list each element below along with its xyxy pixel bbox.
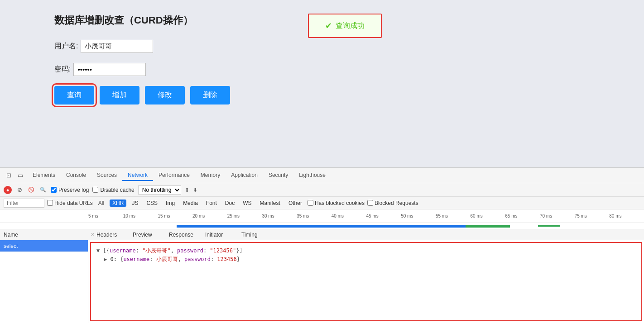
json-line2: ▶ 0: {username: 小辰哥哥, password: 123456} — [96, 255, 636, 264]
tl-15ms: 15 ms — [158, 214, 192, 218]
tl-35ms: 35 ms — [297, 214, 332, 218]
json-preview: ▼ [{username: "小辰哥哥", password: "123456"… — [96, 247, 636, 264]
tl-60ms: 60 ms — [471, 214, 505, 218]
throttle-select[interactable]: No throttling — [138, 185, 181, 195]
tl-20ms: 20 ms — [192, 214, 227, 218]
tl-70ms: 70 ms — [540, 214, 575, 218]
blocked-requests-checkbox[interactable]: Blocked Requests — [367, 200, 418, 206]
col-timing-header: Timing — [241, 232, 644, 238]
tl-10ms: 10 ms — [123, 214, 158, 218]
username-input[interactable] — [81, 40, 153, 53]
tl-25ms: 25 ms — [227, 214, 262, 218]
col-response-header: Response — [169, 232, 205, 238]
tl-80ms: 80 ms — [609, 214, 644, 218]
tab-security[interactable]: Security — [263, 170, 293, 181]
search-icon[interactable]: 🔍 — [39, 186, 47, 194]
expand-icon[interactable]: ▼ — [96, 247, 100, 254]
tl-30ms: 30 ms — [262, 214, 297, 218]
col-headers-header: Headers — [96, 232, 133, 238]
button-row: 查询 增加 修改 删除 — [54, 86, 590, 104]
columns-header: Name ✕ Headers Preview Response Initiato… — [0, 229, 644, 240]
upload-icon[interactable]: ⬆ — [185, 187, 189, 193]
filter-img[interactable]: Img — [163, 200, 178, 207]
tl-45ms: 45 ms — [366, 214, 401, 218]
tab-application[interactable]: Application — [226, 170, 263, 181]
hide-data-urls-checkbox[interactable]: Hide data URLs — [47, 200, 93, 206]
filter-media[interactable]: Media — [180, 200, 201, 207]
cursor-icon[interactable]: ⊡ — [4, 171, 14, 180]
tl-55ms: 55 ms — [436, 214, 471, 218]
json-line1: ▼ [{username: "小辰哥哥", password: "123456"… — [96, 247, 636, 255]
username-label: 用户名: — [54, 42, 78, 51]
filter-css[interactable]: CSS — [144, 200, 160, 207]
filter-js[interactable]: JS — [129, 200, 141, 207]
mobile-icon[interactable]: ▭ — [15, 171, 25, 180]
clear-icon[interactable]: 🚫 — [27, 186, 35, 194]
filter-ws[interactable]: WS — [240, 200, 254, 207]
filter-manifest[interactable]: Manifest — [257, 200, 283, 207]
timeline-bar-area — [0, 223, 644, 229]
tab-elements[interactable]: Elements — [27, 170, 61, 181]
col-x-header: ✕ — [88, 232, 96, 238]
tl-75ms: 75 ms — [575, 214, 610, 218]
edit-button[interactable]: 修改 — [145, 86, 185, 104]
tl-5ms: 5 ms — [88, 214, 123, 218]
timeline-row: 5 ms 10 ms 15 ms 20 ms 25 ms 30 ms 35 ms… — [0, 209, 644, 223]
password-input[interactable] — [73, 63, 146, 76]
has-blocked-cookies-checkbox[interactable]: Has blocked cookies — [308, 200, 365, 206]
timeline-labels: 5 ms 10 ms 15 ms 20 ms 25 ms 30 ms 35 ms… — [0, 214, 644, 218]
filter-xhr[interactable]: XHR — [110, 200, 126, 207]
preview-panel-content: ▼ [{username: "小辰哥哥", password: "123456"… — [90, 242, 642, 321]
delete-button[interactable]: 删除 — [190, 86, 230, 104]
username-row: 用户名: — [54, 40, 590, 53]
tab-network[interactable]: Network — [122, 170, 153, 181]
request-name: select — [0, 243, 88, 249]
preserve-log-checkbox[interactable]: Preserve log — [51, 187, 89, 193]
col-name-header: Name — [0, 232, 88, 238]
password-label: 密码: — [54, 65, 71, 74]
expand-icon-2[interactable]: ▶ — [104, 256, 107, 262]
disable-cache-label: Disable cache — [100, 187, 134, 193]
blocked-requests-label: Blocked Requests — [375, 200, 418, 206]
tl-65ms: 65 ms — [505, 214, 540, 218]
disable-cache-check[interactable] — [92, 187, 98, 193]
devtools-tabs-row: ⊡ ▭ Elements Console Sources Network Per… — [0, 168, 644, 183]
download-icon[interactable]: ⬇ — [193, 187, 197, 193]
json-bracket-open: [ — [103, 247, 106, 254]
devtools-toolbar: ● ⊘ 🚫 🔍 Preserve log Disable cache No th… — [0, 183, 644, 197]
password-row: 密码: — [54, 63, 590, 76]
tab-sources[interactable]: Sources — [91, 170, 122, 181]
hide-data-urls-check[interactable] — [47, 200, 53, 206]
preserve-log-label: Preserve log — [58, 187, 89, 193]
check-icon: ✔ — [325, 21, 332, 31]
tab-memory[interactable]: Memory — [195, 170, 226, 181]
filter-row: Hide data URLs All XHR JS CSS Img Media … — [0, 197, 644, 209]
timeline-bar-green2 — [538, 225, 560, 227]
timeline-bar-green — [466, 225, 510, 228]
filter-font[interactable]: Font — [203, 200, 220, 207]
hide-data-urls-label: Hide data URLs — [54, 200, 93, 206]
col-initiator-header: Initiator — [205, 232, 241, 238]
disable-cache-checkbox[interactable]: Disable cache — [92, 187, 134, 193]
filter-other[interactable]: Other — [286, 200, 305, 207]
preview-panel: select ▼ [{username: "小辰哥哥", password: "… — [0, 240, 644, 323]
filter-all[interactable]: All — [96, 200, 107, 207]
filter-input[interactable] — [4, 199, 44, 208]
col-preview-header: Preview — [133, 232, 169, 238]
blocked-requests-check[interactable] — [367, 200, 373, 206]
preserve-log-check[interactable] — [51, 187, 57, 193]
tab-performance[interactable]: Performance — [153, 170, 195, 181]
query-button[interactable]: 查询 — [54, 86, 94, 104]
success-notification: ✔ 查询成功 — [308, 14, 382, 38]
devtools-panel: ⊡ ▭ Elements Console Sources Network Per… — [0, 167, 644, 323]
stop-icon[interactable]: ⊘ — [15, 186, 24, 194]
add-button[interactable]: 增加 — [100, 86, 139, 104]
tab-lighthouse[interactable]: Lighthouse — [293, 170, 331, 181]
request-row[interactable]: select — [0, 240, 88, 252]
has-blocked-cookies-label: Has blocked cookies — [315, 200, 365, 206]
request-list: select — [0, 240, 88, 323]
has-blocked-cookies-check[interactable] — [308, 200, 313, 206]
record-icon[interactable]: ● — [4, 186, 12, 194]
tab-console[interactable]: Console — [61, 170, 91, 181]
filter-doc[interactable]: Doc — [222, 200, 237, 207]
